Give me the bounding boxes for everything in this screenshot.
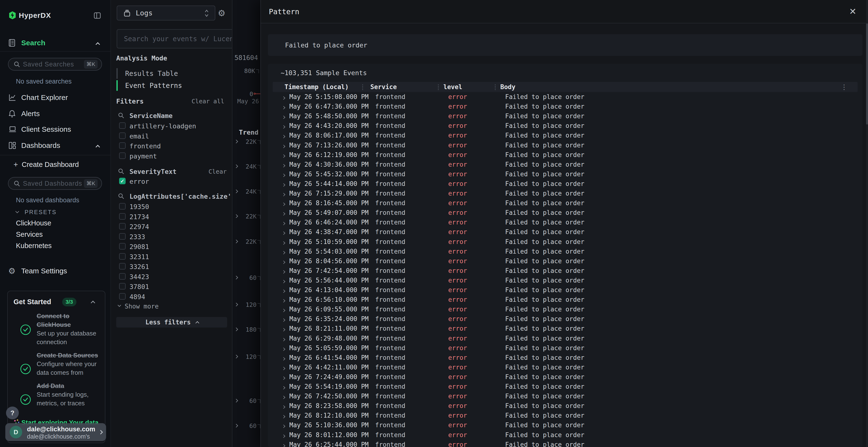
expand-chevron-icon[interactable] [282, 338, 285, 341]
get-started-item[interactable]: Connect to ClickHouse Set up your databa… [8, 312, 105, 348]
expand-chevron-icon[interactable] [282, 347, 285, 351]
chevron-up-icon[interactable] [91, 301, 95, 305]
event-table-row[interactable]: May 26 7:15:29.000 PM frontend error Fai… [273, 188, 858, 198]
event-table-row[interactable]: May 26 6:41:54.000 PM frontend error Fai… [273, 353, 858, 363]
sidebar-item-client-sessions[interactable]: Client Sessions [0, 123, 111, 136]
event-table-row[interactable]: May 26 6:35:24.000 PM frontend error Fai… [273, 314, 858, 324]
filter-group-clear-link[interactable]: Clear [209, 168, 227, 175]
scrollbar[interactable] [866, 0, 868, 447]
event-table-row[interactable]: May 26 8:01:12.000 PM frontend error Fai… [273, 430, 858, 440]
event-table-row[interactable]: May 26 5:10:59.000 PM frontend error Fai… [273, 237, 858, 247]
expand-chevron-icon[interactable] [235, 140, 238, 143]
expand-chevron-icon[interactable] [235, 424, 238, 428]
user-menu[interactable]: D dale@clickhouse.com dale@clickhouse.co… [5, 423, 106, 441]
expand-chevron-icon[interactable] [235, 328, 238, 332]
event-table-row[interactable]: May 26 8:21:11.000 PM frontend error Fai… [273, 324, 858, 333]
expand-chevron-icon[interactable] [282, 183, 285, 187]
expand-chevron-icon[interactable] [235, 214, 238, 218]
expand-chevron-icon[interactable] [282, 125, 285, 129]
event-table-row[interactable]: May 26 4:42:11.000 PM frontend error Fai… [273, 363, 858, 372]
event-table-row[interactable]: May 26 6:56:10.000 PM frontend error Fai… [273, 295, 858, 304]
sidebar-item-search[interactable]: Search [0, 36, 111, 49]
mode-results-table[interactable]: Results Table [117, 68, 222, 79]
event-table-row[interactable]: May 26 5:44:14.000 PM frontend error Fai… [273, 179, 858, 188]
event-table-row[interactable]: May 26 5:54:19.000 PM frontend error Fai… [273, 382, 858, 391]
event-table-row[interactable]: May 26 8:23:58.000 PM frontend error Fai… [273, 401, 858, 411]
checkbox[interactable] [119, 203, 126, 209]
saved-searches-input[interactable]: Saved Searches ⌘K [8, 58, 102, 71]
event-table-row[interactable]: May 26 7:42:54.000 PM frontend error Fai… [273, 266, 858, 276]
expand-chevron-icon[interactable] [282, 405, 285, 409]
column-resize-handle[interactable] [362, 84, 363, 90]
trend-row[interactable]: 120 [232, 301, 261, 309]
expand-chevron-icon[interactable] [282, 280, 285, 283]
event-table-row[interactable]: May 26 7:42:50.000 PM frontend error Fai… [273, 391, 858, 401]
expand-chevron-icon[interactable] [282, 270, 285, 274]
checkbox[interactable] [119, 133, 126, 139]
checkbox[interactable] [119, 283, 126, 289]
checkbox[interactable] [119, 253, 126, 260]
presets-toggle[interactable]: PRESETS [0, 207, 111, 218]
expand-chevron-icon[interactable] [282, 174, 285, 177]
expand-chevron-icon[interactable] [282, 386, 285, 389]
trend-row[interactable]: 24K [232, 187, 261, 195]
checkbox[interactable] [119, 263, 126, 270]
trend-row[interactable]: 60 [232, 422, 261, 429]
expand-chevron-icon[interactable] [282, 357, 285, 360]
trend-row[interactable]: 24K [232, 163, 261, 170]
col-service[interactable]: Service [370, 83, 397, 91]
less-filters-button[interactable]: Less filters [116, 317, 227, 328]
expand-chevron-icon[interactable] [282, 376, 285, 380]
sidebar-item-chart-explorer[interactable]: Chart Explorer [0, 91, 111, 104]
source-select[interactable]: Logs [117, 5, 215, 21]
mode-event-patterns[interactable]: Event Patterns [117, 80, 222, 91]
checkbox[interactable] [119, 213, 126, 220]
expand-chevron-icon[interactable] [282, 309, 285, 312]
event-table-row[interactable]: May 26 8:04:56.000 PM frontend error Fai… [273, 256, 858, 266]
gear-icon[interactable]: ⚙ [218, 8, 225, 18]
event-table-row[interactable]: May 26 4:13:04.000 PM frontend error Fai… [273, 285, 858, 295]
expand-chevron-icon[interactable] [282, 193, 285, 196]
expand-chevron-icon[interactable] [235, 303, 238, 307]
clear-all-filters-link[interactable]: Clear all [192, 98, 224, 105]
trend-row[interactable]: 180 [232, 325, 261, 333]
expand-chevron-icon[interactable] [282, 415, 285, 418]
sidebar-item-dashboards[interactable]: Dashboards [0, 139, 111, 152]
event-table-row[interactable]: May 26 6:09:55.000 PM frontend error Fai… [273, 304, 858, 314]
event-table-row[interactable]: May 26 6:29:48.000 PM frontend error Fai… [273, 334, 858, 343]
event-table-row[interactable]: May 26 7:13:26.000 PM frontend error Fai… [273, 140, 858, 150]
expand-chevron-icon[interactable] [282, 164, 285, 167]
event-table-row[interactable]: May 26 5:49:07.000 PM frontend error Fai… [273, 208, 858, 217]
event-table-row[interactable]: May 26 4:38:47.000 PM frontend error Fai… [273, 227, 858, 237]
trend-row[interactable]: 60 [232, 397, 261, 405]
expand-chevron-icon[interactable] [282, 212, 285, 215]
checkbox[interactable] [119, 243, 126, 249]
trend-row[interactable]: 22K [232, 238, 261, 245]
expand-chevron-icon[interactable] [282, 318, 285, 322]
collapse-sidebar-icon[interactable] [94, 12, 101, 19]
expand-chevron-icon[interactable] [282, 367, 285, 370]
create-dashboard-button[interactable]: + Create Dashboard [0, 158, 111, 171]
trend-row[interactable]: 120 [232, 353, 261, 360]
trend-row[interactable]: 22K [232, 212, 261, 220]
event-table-row[interactable]: May 26 5:10:36.000 PM frontend error Fai… [273, 420, 858, 430]
col-timestamp[interactable]: Timestamp (Local) [284, 83, 349, 91]
col-level[interactable]: level [443, 83, 462, 91]
table-options-icon[interactable]: ⋮ [841, 83, 847, 91]
expand-chevron-icon[interactable] [282, 261, 285, 264]
event-table-row[interactable]: May 26 5:05:59.000 PM frontend error Fai… [273, 343, 858, 353]
get-started-item[interactable]: Add Data Start sending logs, metrics, or… [8, 381, 105, 418]
expand-chevron-icon[interactable] [282, 154, 285, 158]
checkbox[interactable] [119, 273, 126, 280]
close-icon[interactable]: ✕ [849, 7, 857, 16]
col-body[interactable]: Body [500, 83, 516, 91]
expand-chevron-icon[interactable] [282, 96, 285, 100]
preset-item-services[interactable]: Services [16, 231, 43, 238]
expand-chevron-icon[interactable] [282, 203, 285, 206]
event-table-row[interactable]: May 26 4:43:20.000 PM frontend error Fai… [273, 121, 858, 131]
checkbox[interactable] [119, 293, 126, 300]
expand-chevron-icon[interactable] [282, 424, 285, 428]
event-table-row[interactable]: May 26 6:47:36.000 PM frontend error Fai… [273, 102, 858, 111]
preset-item-clickhouse[interactable]: ClickHouse [16, 219, 51, 227]
expand-chevron-icon[interactable] [282, 289, 285, 293]
